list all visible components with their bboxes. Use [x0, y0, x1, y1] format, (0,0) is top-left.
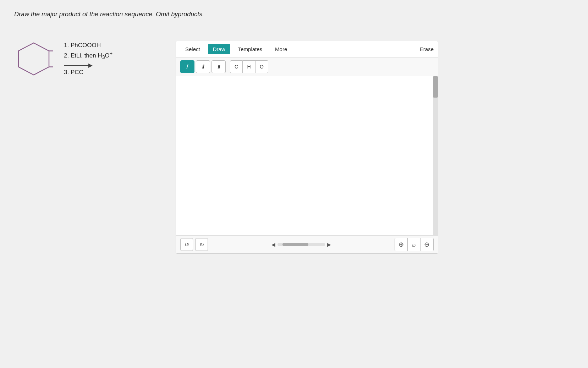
- zoom-in-icon: ⊕: [399, 241, 404, 248]
- bond-toolbar: / // /// C H O: [176, 57, 438, 76]
- hydrogen-button[interactable]: H: [243, 60, 255, 73]
- undo-icon: ↺: [185, 241, 189, 248]
- undo-button[interactable]: ↺: [180, 238, 193, 251]
- single-bond-button[interactable]: /: [180, 60, 194, 73]
- triple-bond-button[interactable]: ///: [211, 60, 226, 73]
- select-button[interactable]: Select: [180, 44, 205, 54]
- horizontal-scrollbar-track[interactable]: [277, 243, 325, 246]
- triple-bond-icon: ///: [218, 64, 220, 70]
- double-bond-icon: //: [202, 64, 204, 70]
- oxygen-button[interactable]: O: [255, 60, 268, 73]
- zoom-in-button[interactable]: ⊕: [395, 238, 408, 251]
- zoom-out-button[interactable]: ⊖: [421, 238, 433, 251]
- horizontal-scroll-container: ◀ ▶: [271, 242, 331, 247]
- scroll-left-arrow[interactable]: ◀: [271, 242, 275, 247]
- reaction-steps: 1. PhCOOOH 2. EtLi, then H3O+ 3. PCC: [64, 42, 112, 76]
- draw-button[interactable]: Draw: [208, 44, 230, 54]
- page: Draw the major product of the reaction s…: [0, 0, 588, 368]
- redo-icon: ↻: [199, 241, 204, 248]
- more-button[interactable]: More: [270, 44, 292, 54]
- step3-text: 3. PCC: [64, 69, 112, 76]
- scroll-right-arrow[interactable]: ▶: [327, 242, 331, 247]
- carbon-button[interactable]: C: [230, 60, 243, 73]
- double-bond-button[interactable]: //: [196, 60, 210, 73]
- svg-marker-0: [18, 43, 49, 75]
- zoom-reset-button[interactable]: ⌕: [408, 238, 421, 251]
- templates-button[interactable]: Templates: [233, 44, 267, 54]
- question-text: Draw the major product of the reaction s…: [14, 11, 574, 18]
- canvas-area[interactable]: [176, 76, 438, 235]
- hexagon-diagram: [14, 39, 53, 78]
- draw-panel: Select Draw Templates More Erase / // //…: [176, 41, 438, 254]
- vertical-scrollbar[interactable]: [433, 76, 438, 235]
- step1-text: 1. PhCOOOH: [64, 42, 112, 49]
- bottom-bar: ↺ ↻ ◀ ▶ ⊕ ⌕: [176, 235, 438, 253]
- reaction-arrow: [64, 65, 112, 66]
- erase-button[interactable]: Erase: [420, 46, 434, 52]
- step2-text: 2. EtLi, then H3O+: [64, 50, 112, 60]
- zoom-out-icon: ⊖: [424, 241, 429, 248]
- atom-group: C H O: [230, 60, 268, 73]
- zoom-reset-icon: ⌕: [412, 241, 416, 248]
- zoom-group: ⊕ ⌕ ⊖: [395, 238, 434, 251]
- single-bond-icon: /: [186, 63, 188, 71]
- main-toolbar: Select Draw Templates More Erase: [176, 41, 438, 57]
- vertical-scrollbar-thumb: [433, 76, 438, 98]
- horizontal-scrollbar-thumb: [282, 243, 308, 246]
- redo-button[interactable]: ↻: [195, 238, 208, 251]
